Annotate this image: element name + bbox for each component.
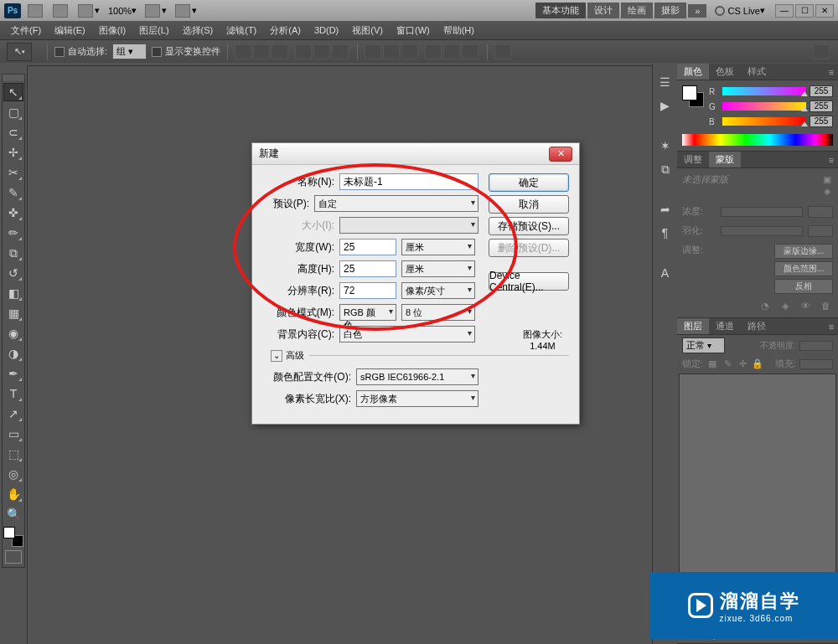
lock-pixels-icon[interactable]: ✎ (722, 358, 733, 370)
workspace-more[interactable]: » (688, 4, 706, 18)
menu-image[interactable]: 图像(I) (92, 24, 132, 37)
lock-all-icon[interactable]: 🔒 (752, 358, 763, 370)
align-left-icon[interactable] (295, 44, 312, 59)
auto-align-icon[interactable] (494, 44, 511, 59)
delete-mask-icon[interactable]: 🗑 (818, 299, 833, 312)
b-slider[interactable] (722, 117, 806, 126)
distribute-vcenter-icon[interactable] (383, 44, 400, 59)
tab-channels[interactable]: 通道 (709, 318, 741, 334)
show-transform-checkbox[interactable] (152, 47, 162, 57)
spectrum-bar[interactable] (682, 134, 833, 146)
r-value[interactable]: 255 (810, 85, 833, 97)
g-slider[interactable] (722, 102, 806, 111)
toolbox-drag-handle[interactable] (3, 75, 24, 81)
dodge-tool[interactable]: ◑ (3, 344, 23, 363)
resolution-unit-dropdown[interactable]: 像素/英寸 (401, 282, 475, 299)
cancel-button[interactable]: 取消 (489, 195, 569, 214)
g-value[interactable]: 255 (810, 100, 833, 112)
menu-window[interactable]: 窗口(W) (390, 24, 437, 37)
history-panel-icon[interactable]: ☰ (656, 73, 675, 91)
apply-mask-icon[interactable]: ◈ (778, 299, 793, 312)
align-right-icon[interactable] (332, 44, 349, 59)
menu-edit[interactable]: 编辑(E) (48, 24, 92, 37)
shape-tool[interactable]: ▭ (3, 425, 23, 443)
layers-panel-menu[interactable]: ≡ (825, 318, 838, 334)
height-unit-dropdown[interactable]: 厘米 (401, 260, 475, 277)
align-bottom-icon[interactable] (272, 44, 288, 59)
dialog-close-button[interactable]: ✕ (549, 147, 572, 162)
tab-adjustments[interactable]: 调整 (677, 152, 709, 167)
bgcontent-dropdown[interactable]: 白色 (339, 326, 475, 343)
workspace-essentials[interactable]: 基本功能 (535, 3, 586, 18)
tab-swatches[interactable]: 色板 (709, 64, 741, 80)
blur-tool[interactable]: ◉ (3, 324, 23, 343)
ok-button[interactable]: 确定 (489, 173, 569, 192)
brush-tool[interactable]: ✏ (3, 224, 23, 242)
preset-dropdown[interactable]: 自定 (314, 195, 478, 212)
lock-transparency-icon[interactable]: ▦ (706, 358, 718, 370)
clone-panel-icon[interactable]: ⧉ (656, 160, 675, 178)
type-tool[interactable]: T (3, 384, 23, 403)
width-unit-dropdown[interactable]: 厘米 (401, 239, 475, 255)
options-collapse-icon[interactable] (813, 44, 830, 59)
panel-fg-bg-swatch[interactable] (682, 85, 704, 107)
character-panel-icon[interactable]: ➦ (656, 200, 675, 219)
auto-select-checkbox[interactable] (54, 47, 65, 57)
mask-panel-menu[interactable]: ≡ (825, 152, 838, 167)
resolution-input[interactable] (339, 282, 396, 299)
disable-mask-icon[interactable]: 👁 (798, 299, 813, 312)
tab-mask[interactable]: 蒙版 (709, 152, 741, 167)
b-value[interactable]: 255 (810, 116, 833, 127)
workspace-photography[interactable]: 摄影 (654, 3, 686, 18)
menu-layer[interactable]: 图层(L) (132, 24, 175, 37)
gradient-tool[interactable]: ▦ (3, 304, 23, 322)
pen-tool[interactable]: ✒ (3, 364, 23, 383)
menu-help[interactable]: 帮助(H) (437, 24, 481, 37)
menu-analysis[interactable]: 分析(A) (263, 24, 308, 37)
tab-styles[interactable]: 样式 (741, 64, 773, 80)
name-input[interactable] (339, 173, 478, 190)
window-maximize[interactable]: ☐ (795, 4, 814, 18)
foreground-background-colors[interactable] (3, 527, 23, 547)
actions-panel-icon[interactable]: ▶ (656, 96, 675, 115)
history-brush-tool[interactable]: ↺ (3, 264, 23, 282)
load-selection-icon[interactable]: ◔ (758, 299, 773, 312)
path-select-tool[interactable]: ↗ (3, 404, 23, 423)
tab-layers[interactable]: 图层 (677, 318, 709, 334)
brush-panel-icon[interactable]: ✶ (656, 137, 675, 155)
color-panel-menu[interactable]: ≡ (825, 64, 838, 80)
pixel-mask-icon[interactable]: ▣ (821, 173, 833, 185)
device-central-button[interactable]: Device Central(E)... (489, 272, 569, 291)
colormode-dropdown[interactable]: RGB 颜色 (339, 304, 396, 321)
dialog-titlebar[interactable]: 新建 ✕ (252, 143, 579, 165)
invert-button[interactable]: 反相 (774, 279, 833, 294)
paragraph-panel-icon[interactable]: ¶ (656, 224, 675, 242)
lasso-tool[interactable]: ⊂ (3, 123, 23, 142)
window-close[interactable]: ✕ (815, 4, 834, 18)
lock-position-icon[interactable]: ✢ (737, 358, 748, 370)
quick-select-tool[interactable]: ✢ (3, 143, 23, 162)
align-vcenter-icon[interactable] (253, 44, 270, 59)
distribute-hcenter-icon[interactable] (443, 44, 460, 59)
menu-filter[interactable]: 滤镜(T) (220, 24, 263, 37)
align-hcenter-icon[interactable] (313, 44, 330, 59)
healing-brush-tool[interactable]: ✜ (3, 204, 23, 222)
pixelaspect-dropdown[interactable]: 方形像素 (356, 390, 478, 407)
info-panel-icon[interactable]: A (656, 264, 675, 282)
3d-camera-tool[interactable]: ◎ (3, 465, 23, 483)
vector-mask-icon[interactable]: ◈ (821, 185, 833, 197)
tab-color[interactable]: 颜色 (677, 64, 709, 80)
menu-3d[interactable]: 3D(D) (308, 25, 345, 35)
distribute-right-icon[interactable] (462, 44, 478, 59)
workspace-design[interactable]: 设计 (587, 3, 619, 18)
minibridge-icon[interactable] (53, 4, 70, 18)
zoom-tool[interactable]: 🔍 (3, 505, 23, 523)
menu-view[interactable]: 视图(V) (345, 24, 390, 37)
eyedropper-tool[interactable]: ✎ (3, 183, 23, 202)
marquee-tool[interactable]: ▢ (3, 103, 23, 121)
mask-edge-button[interactable]: 蒙版边缘... (774, 244, 833, 259)
bitdepth-dropdown[interactable]: 8 位 (401, 304, 475, 321)
menu-file[interactable]: 文件(F) (4, 24, 48, 37)
tab-paths[interactable]: 路径 (741, 318, 773, 334)
blend-mode-dropdown[interactable]: 正常 ▾ (682, 337, 725, 353)
